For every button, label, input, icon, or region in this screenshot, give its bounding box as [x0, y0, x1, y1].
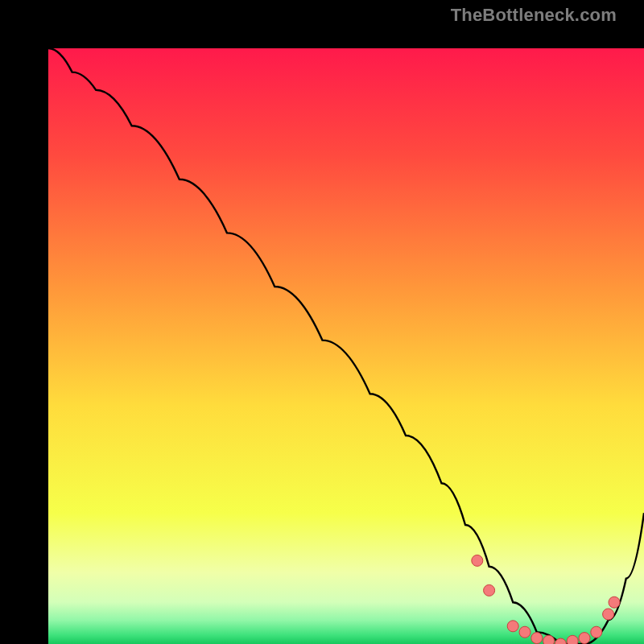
marker-dot — [591, 626, 602, 638]
bottleneck-curve-chart — [48, 48, 644, 644]
marker-dot — [579, 633, 590, 644]
watermark-text: TheBottleneck.com — [451, 5, 617, 26]
marker-dot — [609, 597, 620, 608]
marker-dot — [543, 635, 555, 644]
marker-dot — [472, 555, 483, 566]
marker-dot — [484, 584, 495, 596]
marker-dot — [567, 635, 578, 644]
chart-frame — [24, 24, 620, 620]
marker-dot — [519, 626, 530, 638]
gradient-background — [48, 48, 644, 644]
marker-dot — [603, 609, 614, 620]
marker-dot — [531, 633, 543, 644]
marker-dot — [507, 621, 518, 632]
